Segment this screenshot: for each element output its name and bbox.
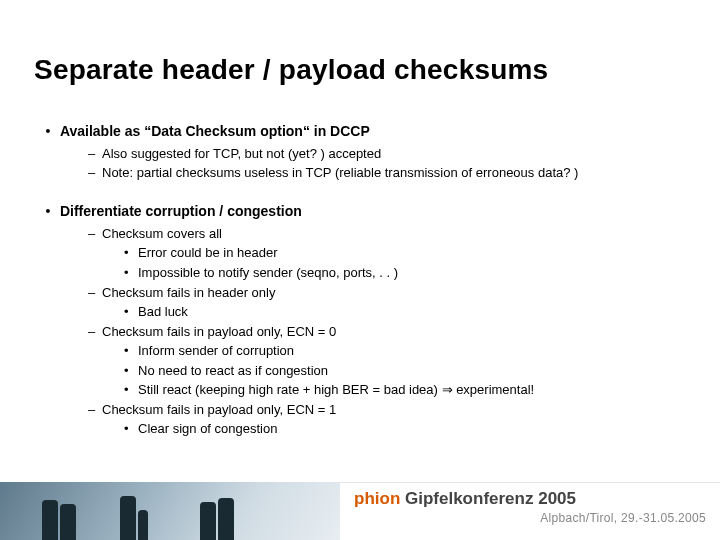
sub-sub-bullet: •Bad luck [124, 303, 680, 321]
sub-bullet: –Also suggested for TCP, but not (yet? )… [88, 145, 680, 163]
dash-icon: – [88, 225, 102, 243]
sub-text: Checksum fails in payload only, ECN = 1 [102, 402, 336, 417]
slide-title: Separate header / payload checksums [34, 54, 548, 86]
dash-icon: – [88, 145, 102, 163]
dash-icon: – [88, 323, 102, 341]
sub-text: Note: partial checksums useless in TCP (… [102, 165, 578, 180]
bullet-1-text: Available as “Data Checksum option“ in D… [60, 123, 370, 139]
sub-sub-text: Bad luck [138, 304, 188, 319]
sub-bullet: –Checksum fails in header only [88, 284, 680, 302]
slide: Separate header / payload checksums • Av… [0, 0, 720, 540]
dash-icon: – [88, 401, 102, 419]
silhouette-icon [42, 500, 58, 540]
sub-sub-text: Still react (keeping high rate + high BE… [138, 382, 534, 397]
bullet-2: • Differentiate corruption / congestion [40, 202, 680, 221]
slide-body: • Available as “Data Checksum option“ in… [40, 122, 680, 440]
sub-sub-text: Clear sign of congestion [138, 421, 277, 436]
sub-sub-bullet: •Impossible to notify sender (seqno, por… [124, 264, 680, 282]
sub-sub-text: Impossible to notify sender (seqno, port… [138, 265, 398, 280]
silhouette-icon [60, 504, 76, 540]
silhouette-icon [120, 496, 136, 540]
sub-sub-text: Error could be in header [138, 245, 277, 260]
dash-icon: – [88, 284, 102, 302]
sub-bullet: –Checksum fails in payload only, ECN = 1 [88, 401, 680, 419]
sub-sub-bullet: •Still react (keeping high rate + high B… [124, 381, 680, 399]
sub-sub-text: Inform sender of corruption [138, 343, 294, 358]
brand-name: phion [354, 489, 400, 508]
bullet-icon: • [124, 303, 138, 321]
bullet-2-text: Differentiate corruption / congestion [60, 203, 302, 219]
silhouette-icon [200, 502, 216, 540]
bullet-icon: • [124, 264, 138, 282]
sub-sub-bullet: •Clear sign of congestion [124, 420, 680, 438]
bullet-icon: • [124, 381, 138, 399]
bullet-icon: • [40, 202, 56, 221]
sub-text: Also suggested for TCP, but not (yet? ) … [102, 146, 381, 161]
bullet-icon: • [40, 122, 56, 141]
sub-text: Checksum fails in payload only, ECN = 0 [102, 324, 336, 339]
dash-icon: – [88, 164, 102, 182]
footer-banner: phion Gipfelkonferenz 2005 Alpbach/Tirol… [0, 482, 720, 540]
bullet-icon: • [124, 244, 138, 262]
sub-text: Checksum covers all [102, 226, 222, 241]
conference-subtitle: Alpbach/Tirol, 29.-31.05.2005 [354, 511, 706, 525]
silhouette-icon [138, 510, 148, 540]
conference-title: phion Gipfelkonferenz 2005 [354, 489, 706, 509]
sub-text: Checksum fails in header only [102, 285, 275, 300]
bullet-icon: • [124, 362, 138, 380]
sub-bullet: –Note: partial checksums useless in TCP … [88, 164, 680, 182]
sub-bullet: –Checksum covers all [88, 225, 680, 243]
conference-name: Gipfelkonferenz 2005 [400, 489, 576, 508]
bullet-1: • Available as “Data Checksum option“ in… [40, 122, 680, 141]
sub-sub-bullet: •No need to react as if congestion [124, 362, 680, 380]
silhouette-icon [218, 498, 234, 540]
footer-photo [0, 482, 340, 540]
sub-sub-text: No need to react as if congestion [138, 363, 328, 378]
sub-sub-bullet: •Inform sender of corruption [124, 342, 680, 360]
sub-sub-bullet: •Error could be in header [124, 244, 680, 262]
sub-bullet: –Checksum fails in payload only, ECN = 0 [88, 323, 680, 341]
bullet-icon: • [124, 420, 138, 438]
footer-text: phion Gipfelkonferenz 2005 Alpbach/Tirol… [340, 482, 720, 540]
bullet-icon: • [124, 342, 138, 360]
